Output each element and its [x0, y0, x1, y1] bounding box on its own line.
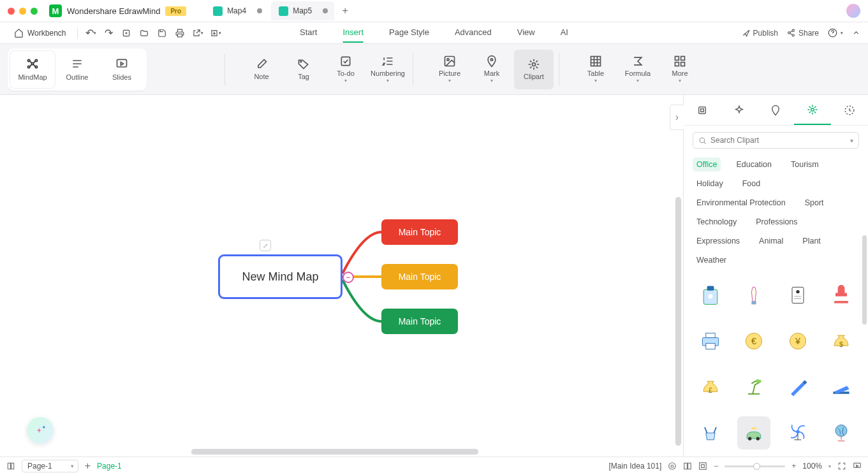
chevron-down-icon[interactable]: ▾: [850, 137, 853, 144]
insert-picture[interactable]: Picture▾: [430, 50, 469, 89]
zoom-in-button[interactable]: +: [791, 462, 796, 471]
workbench-button[interactable]: Workbench: [8, 26, 72, 40]
category-education[interactable]: Education: [732, 157, 776, 172]
clip-stapler[interactable]: [825, 370, 858, 404]
insert-note[interactable]: Note: [242, 50, 281, 89]
panel-tab-theme[interactable]: [684, 95, 721, 125]
category-weather[interactable]: Weather: [693, 253, 730, 267]
clip-id-badge[interactable]: [694, 279, 727, 312]
clip-printer[interactable]: [694, 325, 727, 358]
redo-button[interactable]: ↷: [101, 26, 116, 41]
print-button[interactable]: [172, 26, 188, 41]
panel-scrollbar[interactable]: [862, 235, 867, 325]
fit-page-icon[interactable]: [698, 462, 707, 471]
menu-advanced[interactable]: Advanced: [455, 23, 492, 43]
search-input[interactable]: [710, 136, 846, 145]
insert-mark[interactable]: Mark▾: [472, 50, 511, 89]
panel-tab-mark[interactable]: [758, 95, 795, 125]
insert-more[interactable]: More▾: [660, 50, 700, 89]
clip-desk-lamp[interactable]: [737, 370, 770, 404]
page-tab[interactable]: Page-1: [97, 462, 122, 471]
save-button[interactable]: [154, 26, 170, 41]
category-holiday[interactable]: Holiday: [693, 177, 727, 191]
clip-fan[interactable]: [781, 416, 814, 449]
ai-fab-button[interactable]: [27, 417, 54, 444]
close-window-icon[interactable]: [8, 8, 15, 15]
tab-map5[interactable]: Map5: [271, 1, 334, 20]
collapse-ribbon-button[interactable]: [852, 29, 860, 37]
collapse-children-button[interactable]: −: [342, 272, 354, 283]
tab-map4[interactable]: Map4: [205, 1, 268, 20]
root-node[interactable]: New Mind Map: [218, 254, 342, 299]
clip-pen[interactable]: [781, 370, 814, 404]
user-avatar[interactable]: [846, 4, 860, 18]
undo-button[interactable]: ↶▾: [83, 26, 98, 41]
share-button[interactable]: Share: [787, 29, 819, 38]
panel-tab-history[interactable]: [831, 95, 868, 125]
category-env[interactable]: Environmental Protection: [693, 196, 790, 210]
node-handle-icon[interactable]: ⤢: [260, 240, 271, 251]
page-selector[interactable]: Page-1: [22, 460, 78, 472]
horizontal-scrollbar[interactable]: [191, 449, 478, 455]
clip-binder-clip[interactable]: [694, 416, 727, 449]
category-plant[interactable]: Plant: [798, 234, 825, 248]
new-file-button[interactable]: [119, 26, 134, 41]
open-file-button[interactable]: [136, 26, 152, 41]
panel-tab-clipart[interactable]: [794, 95, 831, 125]
clip-globe-stand[interactable]: [825, 416, 858, 449]
lock-icon[interactable]: [668, 462, 677, 471]
zoom-thumb[interactable]: [753, 463, 760, 470]
maximize-window-icon[interactable]: [31, 8, 38, 15]
fullscreen-icon[interactable]: [837, 462, 846, 471]
clipart-search[interactable]: ▾: [693, 132, 859, 149]
clip-resume[interactable]: [781, 279, 814, 312]
clip-glue[interactable]: [737, 279, 770, 312]
vertical-scrollbar[interactable]: [675, 197, 681, 446]
clip-yen-coin[interactable]: ¥: [781, 325, 814, 358]
tab-dirty-indicator[interactable]: [323, 8, 328, 13]
category-office[interactable]: Office: [693, 157, 721, 172]
pages-icon[interactable]: [6, 462, 15, 471]
view-mindmap[interactable]: MindMap: [10, 51, 55, 88]
import-button[interactable]: ▾: [208, 26, 223, 41]
category-expressions[interactable]: Expressions: [693, 234, 744, 248]
panel-collapse-button[interactable]: ›: [670, 105, 684, 130]
category-animal[interactable]: Animal: [755, 234, 787, 248]
view-outline[interactable]: Outline: [55, 51, 99, 88]
new-tab-button[interactable]: +: [337, 3, 353, 19]
zoom-slider[interactable]: [725, 465, 785, 467]
clip-money-bag-dollar[interactable]: $: [825, 325, 858, 358]
category-food[interactable]: Food: [739, 177, 765, 191]
tab-dirty-indicator[interactable]: [257, 8, 262, 13]
category-sport[interactable]: Sport: [801, 196, 828, 210]
insert-todo[interactable]: To-do▾: [326, 50, 365, 89]
add-page-button[interactable]: +: [85, 460, 91, 472]
insert-formula[interactable]: Formula▾: [618, 50, 658, 89]
split-view-icon[interactable]: [683, 462, 692, 471]
topic-node-2[interactable]: Main Topic: [381, 264, 458, 289]
category-tech[interactable]: Technology: [693, 215, 740, 229]
menu-page-style[interactable]: Page Style: [389, 23, 429, 43]
category-tourism[interactable]: Tourism: [787, 157, 823, 172]
panel-tab-style[interactable]: [721, 95, 758, 125]
zoom-out-button[interactable]: −: [714, 462, 718, 471]
help-button[interactable]: ▾: [828, 28, 843, 38]
chevron-down-icon[interactable]: ▾: [828, 464, 831, 469]
insert-numbering[interactable]: Numbering▾: [368, 50, 408, 89]
export-button[interactable]: ▾: [190, 26, 205, 41]
insert-clipart[interactable]: Clipart: [514, 50, 554, 89]
canvas[interactable]: ⤢ New Mind Map − Main Topic Main Topic M…: [0, 95, 683, 457]
minimize-window-icon[interactable]: [19, 8, 26, 15]
clip-car[interactable]: [737, 416, 770, 449]
menu-ai[interactable]: AI: [561, 23, 568, 43]
menu-start[interactable]: Start: [300, 23, 317, 43]
topic-node-3[interactable]: Main Topic: [381, 309, 458, 334]
insert-table[interactable]: Table▾: [576, 50, 615, 89]
menu-view[interactable]: View: [517, 23, 535, 43]
presentation-icon[interactable]: [853, 462, 862, 471]
clip-euro-coin[interactable]: €: [737, 325, 770, 358]
clip-money-bag-pound[interactable]: £: [694, 370, 727, 404]
insert-tag[interactable]: Tag: [284, 50, 323, 89]
view-slides[interactable]: Slides: [99, 51, 144, 88]
menu-insert[interactable]: Insert: [343, 23, 364, 43]
